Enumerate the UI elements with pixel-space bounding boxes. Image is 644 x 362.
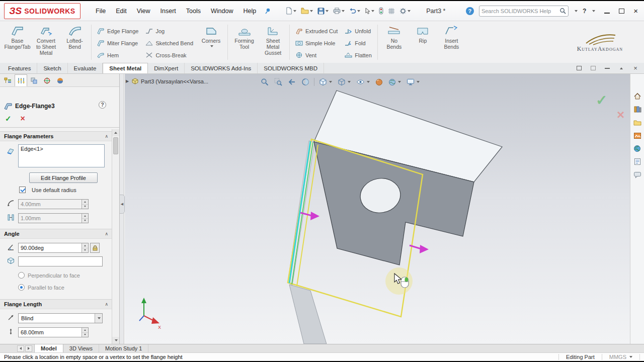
tab-sketch[interactable]: Sketch	[37, 63, 67, 73]
undo-icon[interactable]	[348, 6, 362, 16]
propertymanager-icon[interactable]	[15, 74, 27, 86]
collapse-chevron-icon[interactable]: ∧	[105, 302, 108, 307]
open-icon[interactable]	[299, 6, 314, 16]
new-document-icon[interactable]	[284, 6, 298, 16]
panel-collapse-handle[interactable]: ◀	[120, 195, 125, 214]
tab-scroll-right-icon[interactable]	[25, 345, 32, 352]
help-menu-icon[interactable]: ?	[583, 8, 586, 15]
spin-down-icon[interactable]	[82, 218, 88, 223]
search-box[interactable]	[479, 6, 569, 17]
ok-button[interactable]: ✓	[5, 114, 12, 123]
view-palette-icon[interactable]	[633, 131, 642, 140]
use-default-radius-checkbox[interactable]	[19, 187, 26, 193]
panel-scrollbar[interactable]	[112, 129, 119, 344]
apply-scene-icon[interactable]	[387, 77, 402, 87]
graphics-viewport[interactable]: X ▶ Part3 (Varsayılan<<Varsa...	[125, 74, 630, 344]
print-icon[interactable]	[332, 6, 346, 16]
zoom-to-fit-icon[interactable]	[260, 77, 270, 87]
dropdown-caret-icon[interactable]	[95, 314, 102, 323]
parallel-radio[interactable]	[18, 284, 25, 291]
flatten-button[interactable]: Flatten	[341, 50, 375, 60]
tab-evaluate[interactable]: Evaluate	[68, 63, 103, 73]
flange-length-field[interactable]	[18, 327, 89, 337]
file-explorer-icon[interactable]	[633, 118, 642, 127]
view-orientation-icon[interactable]	[318, 77, 333, 87]
menu-edit[interactable]: Edit	[111, 5, 132, 17]
featuremanager-flyout-icon[interactable]: ▶	[126, 79, 129, 83]
unfold-button[interactable]: Unfold	[341, 26, 375, 36]
panel-expand-icon[interactable]	[576, 65, 583, 71]
tab-sheet-metal[interactable]: Sheet Metal	[103, 63, 148, 73]
panel-collapse-icon[interactable]	[618, 65, 625, 71]
zoom-area-icon[interactable]	[273, 77, 283, 87]
confirm-ok-overlay[interactable]: ✓	[596, 92, 607, 109]
save-icon[interactable]	[316, 6, 330, 16]
configurationmanager-icon[interactable]	[28, 74, 40, 86]
section-angle[interactable]: Angle ∧	[0, 229, 112, 239]
scroll-thumb[interactable]	[113, 137, 118, 154]
hide-show-items-icon[interactable]	[355, 77, 371, 86]
panel-help-icon[interactable]: ?	[99, 101, 106, 109]
tab-features[interactable]: Features	[2, 63, 37, 73]
viewport-document-label[interactable]: Part3 (Varsayılan<<Varsa...	[132, 78, 208, 84]
extruded-cut-button[interactable]: Extruded Cut	[292, 26, 341, 36]
confirm-cancel-overlay[interactable]: ×	[617, 107, 624, 123]
custom-properties-icon[interactable]	[633, 157, 642, 166]
featuremanager-tree-icon[interactable]	[2, 74, 14, 86]
forming-tool-button[interactable]: Forming Tool	[230, 23, 259, 62]
reference-face-input[interactable]	[19, 258, 102, 264]
jog-button[interactable]: Jog	[142, 26, 197, 36]
fold-button[interactable]: Fold	[341, 38, 375, 48]
lower-flange-strip[interactable]	[289, 285, 327, 344]
edit-appearance-icon[interactable]	[374, 77, 384, 87]
reference-face-field[interactable]	[18, 256, 103, 266]
previous-view-icon[interactable]	[287, 77, 297, 87]
home-icon[interactable]	[633, 92, 642, 101]
tab-scroll-left-icon[interactable]	[17, 345, 24, 352]
menu-pin-icon[interactable]	[263, 7, 272, 16]
panel-minimize-icon[interactable]	[604, 65, 611, 71]
collapse-chevron-icon[interactable]: ∧	[105, 134, 108, 139]
corners-button[interactable]: Corners	[197, 23, 225, 62]
menu-insert[interactable]: Insert	[155, 5, 181, 17]
tab-solidworks-mbd[interactable]: SOLIDWORKS MBD	[258, 63, 324, 73]
spin-up-icon[interactable]	[82, 200, 88, 204]
sketch-grid-icon[interactable]	[386, 6, 396, 16]
spin-up-icon[interactable]	[82, 243, 88, 248]
menu-view[interactable]: View	[132, 5, 155, 17]
rip-button[interactable]: Rip	[409, 23, 437, 62]
sketched-bend-button[interactable]: Sketched Bend	[142, 38, 197, 48]
sheet-metal-gusset-button[interactable]: Sheet Metal Gusset	[259, 23, 287, 62]
cross-break-button[interactable]: Cross-Break	[142, 50, 197, 60]
menu-file[interactable]: File	[91, 5, 111, 17]
perpendicular-radio[interactable]	[18, 272, 25, 279]
end-condition-dropdown[interactable]: Blind	[18, 313, 103, 323]
direction-arrow-right[interactable]	[410, 245, 429, 253]
gap-distance-field[interactable]	[18, 213, 89, 223]
flange-angle-input[interactable]	[19, 245, 82, 251]
section-flange-parameters[interactable]: Flange Parameters ∧	[0, 131, 112, 141]
menu-tools[interactable]: Tools	[181, 5, 206, 17]
menu-window[interactable]: Window	[206, 5, 238, 17]
tab-dimxpert[interactable]: DimXpert	[148, 63, 185, 73]
spin-up-icon[interactable]	[82, 328, 88, 332]
displaymanager-icon[interactable]	[54, 74, 66, 86]
spin-down-icon[interactable]	[82, 204, 88, 209]
insert-bends-button[interactable]: Insert Bends	[437, 23, 466, 62]
tab-motion-study[interactable]: Motion Study 1	[99, 344, 148, 352]
spin-down-icon[interactable]	[82, 332, 88, 337]
units-selector[interactable]: MMGS	[609, 354, 632, 360]
maximize-button[interactable]	[619, 9, 624, 14]
forum-icon[interactable]	[633, 170, 642, 179]
bend-radius-field[interactable]	[18, 199, 89, 209]
options-gear-icon[interactable]	[398, 6, 412, 16]
hem-button[interactable]: Hem	[94, 50, 142, 60]
close-button[interactable]: ×	[633, 7, 638, 15]
search-input[interactable]	[481, 8, 559, 14]
search-caret-icon[interactable]	[575, 10, 578, 12]
spin-down-icon[interactable]	[82, 248, 88, 253]
bend-radius-input[interactable]	[19, 201, 82, 207]
angle-lock-icon[interactable]	[90, 243, 100, 253]
no-bends-button[interactable]: No Bends	[380, 23, 409, 62]
tab-model[interactable]: Model	[34, 344, 63, 352]
